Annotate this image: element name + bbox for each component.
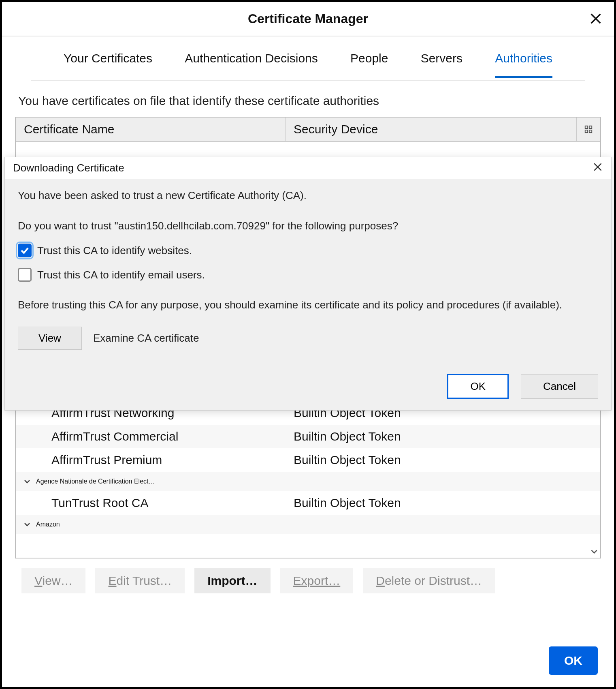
trust-email-label: Trust this CA to identify email users. — [37, 269, 205, 281]
trust-websites-row: Trust this CA to identify websites. — [18, 244, 598, 257]
trust-websites-label: Trust this CA to identify websites. — [37, 244, 192, 257]
tab-authentication-decisions[interactable]: Authentication Decisions — [185, 39, 318, 77]
group-header[interactable]: Agence Nationale de Certification Elect… — [16, 472, 600, 491]
cert-device: Builtin Object Token — [286, 453, 600, 467]
edit-trust-button[interactable]: Edit Trust… — [95, 568, 185, 593]
dialog-footer: OK Cancel — [5, 374, 611, 410]
intro-text: You have certificates on file that ident… — [18, 94, 598, 108]
column-certificate-name[interactable]: Certificate Name — [16, 118, 286, 141]
svg-rect-2 — [585, 130, 588, 133]
downloading-certificate-dialog: Downloading Certificate You have been as… — [4, 157, 612, 411]
window-header: Certificate Manager — [2, 2, 614, 36]
tabs-bar: Your Certificates Authentication Decisio… — [31, 36, 585, 81]
svg-rect-3 — [589, 130, 592, 133]
window-title: Certificate Manager — [248, 11, 368, 26]
tab-servers[interactable]: Servers — [421, 39, 463, 77]
group-label: Agence Nationale de Certification Elect… — [36, 478, 155, 485]
examine-label: Examine CA certificate — [93, 332, 199, 344]
trust-email-checkbox[interactable] — [18, 268, 32, 282]
table-row[interactable]: TunTrust Root CA Builtin Object Token — [16, 491, 600, 515]
cert-name: AffirmTrust Commercial — [16, 430, 286, 443]
table-row[interactable]: AffirmTrust Commercial Builtin Object To… — [16, 425, 600, 448]
ok-button[interactable]: OK — [549, 646, 598, 675]
cert-name: AffirmTrust Premium — [16, 453, 286, 467]
chevron-down-icon — [22, 477, 32, 486]
tab-your-certificates[interactable]: Your Certificates — [64, 39, 152, 77]
dialog-cancel-button[interactable]: Cancel — [521, 374, 598, 399]
trust-email-row: Trust this CA to identify email users. — [18, 268, 598, 282]
table-row[interactable]: AffirmTrust Premium Builtin Object Token — [16, 448, 600, 472]
delete-distrust-button[interactable]: Delete or Distrust… — [363, 568, 495, 593]
examine-row: View Examine CA certificate — [18, 327, 598, 350]
dialog-title: Downloading Certificate — [13, 162, 124, 174]
cert-device: Builtin Object Token — [286, 496, 600, 510]
dialog-header: Downloading Certificate — [5, 157, 611, 179]
tab-people[interactable]: People — [350, 39, 388, 77]
dialog-text-1: You have been asked to trust a new Certi… — [18, 189, 598, 202]
trust-websites-checkbox[interactable] — [18, 244, 32, 257]
tab-authorities[interactable]: Authorities — [495, 39, 552, 77]
svg-rect-1 — [589, 126, 592, 128]
cert-device: Builtin Object Token — [286, 430, 600, 443]
group-label: Amazon — [36, 521, 60, 528]
table-header: Certificate Name Security Device — [16, 118, 600, 142]
view-button[interactable]: View… — [21, 568, 85, 593]
svg-rect-0 — [585, 126, 588, 128]
group-header[interactable]: Amazon — [16, 515, 600, 534]
dialog-text-2: Do you want to trust "austin150.dellhcil… — [18, 220, 598, 232]
import-button[interactable]: Import… — [194, 568, 270, 593]
action-bar: View… Edit Trust… Import… Export… Delete… — [15, 568, 601, 593]
cert-name: TunTrust Root CA — [16, 496, 286, 510]
certificate-manager-window: Certificate Manager Your Certificates Au… — [0, 0, 616, 689]
dialog-text-3: Before trusting this CA for any purpose,… — [18, 299, 598, 311]
export-button[interactable]: Export… — [280, 568, 354, 593]
close-icon[interactable] — [589, 11, 603, 29]
view-certificate-button[interactable]: View — [18, 327, 82, 350]
chevron-down-icon — [22, 520, 32, 529]
dialog-body: You have been asked to trust a new Certi… — [5, 179, 611, 374]
column-picker-icon[interactable] — [576, 118, 600, 141]
scroll-down-icon[interactable] — [589, 546, 599, 557]
close-icon[interactable] — [593, 160, 603, 175]
column-security-device[interactable]: Security Device — [286, 118, 576, 141]
dialog-ok-button[interactable]: OK — [447, 374, 509, 399]
